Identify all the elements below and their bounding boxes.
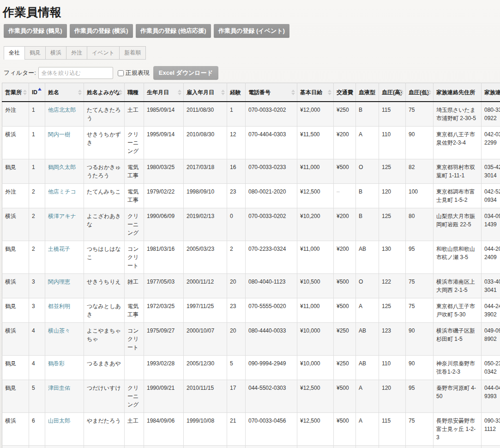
- worker-name-link[interactable]: 他店北太郎: [48, 107, 76, 113]
- col-header-transport[interactable]: 交通費: [334, 83, 356, 102]
- worker-name-link[interactable]: 山田太郎: [48, 418, 70, 424]
- cell-blood: AB: [356, 323, 379, 356]
- worker-name-link[interactable]: 横澤アキナ: [48, 213, 76, 219]
- cell-exp: 21: [227, 413, 246, 446]
- register-button-event[interactable]: 作業員の登録 (イベント): [214, 24, 289, 38]
- cell-birth: 1982/01/10: [144, 446, 184, 448]
- cell-wage: ¥10,000: [297, 356, 334, 380]
- col-header-family-address[interactable]: 家族連絡先住所: [434, 83, 482, 102]
- col-header-birth[interactable]: 生年月日: [144, 83, 184, 102]
- worker-name-link[interactable]: 土橋花子: [48, 246, 70, 252]
- register-button-yokohama[interactable]: 作業員の登録 (横浜): [70, 24, 133, 38]
- tab-event[interactable]: イベント: [87, 46, 120, 59]
- cell-family-phone-lines: 080-330922: [482, 102, 500, 127]
- worker-name-link[interactable]: 他店ミチコ: [48, 188, 76, 195]
- cell-transport: ¥500: [334, 413, 356, 446]
- cell-family-address: 横浜市磯子区新杉田町 1-5: [434, 323, 482, 356]
- table-row: 鶴見4鶴巻彩つるまきあや1993/02/282005/12/305090-999…: [2, 356, 500, 380]
- tab-all[interactable]: 全社: [4, 46, 25, 60]
- worker-name-link[interactable]: 鶴岡久太郎: [48, 164, 76, 170]
- cell-birth: 1980/03/25: [144, 159, 184, 184]
- col-header-bp-low[interactable]: 血圧(低): [406, 83, 434, 102]
- col-header-exp[interactable]: 経験: [227, 83, 246, 102]
- cell-family-address: 和歌山県和歌山市杭ノ瀬 3-5: [434, 241, 482, 274]
- tab-yokohama[interactable]: 横浜: [46, 46, 66, 59]
- cell-kana: やまだたろう: [84, 413, 125, 446]
- worker-name-link[interactable]: 津田圭佑: [48, 385, 70, 391]
- worker-name-link[interactable]: 関内一樹: [48, 131, 70, 138]
- cell-office: 横浜: [2, 274, 29, 298]
- worker-name-link[interactable]: 関内理恵: [48, 278, 70, 285]
- cell-name: 他店北太郎: [45, 102, 84, 127]
- col-header-bp-high[interactable]: 血圧(高): [379, 83, 406, 102]
- cell-exp: 12: [227, 127, 246, 159]
- cell-id: 1: [29, 127, 45, 159]
- cell-id: 2: [29, 241, 45, 274]
- col-header-blood[interactable]: 血液型: [356, 83, 379, 102]
- cell-job: コンクリート: [125, 323, 144, 356]
- cell-name: 都並利明: [45, 298, 84, 323]
- sort-icons: [428, 90, 431, 95]
- cell-family-phone-lines: 044-049393: [482, 380, 500, 413]
- cell-hired: 2010/08/30: [184, 127, 227, 159]
- cell-family-phone-lines: 044-243902: [482, 298, 500, 323]
- cell-exp: 2: [227, 241, 246, 274]
- table-row: 外注2他店ミチコたてんみちこ電気工事1979/02/221998/09/1023…: [2, 184, 500, 208]
- col-header-job[interactable]: 職種: [125, 83, 144, 102]
- tab-tsurumi[interactable]: 鶴見: [25, 46, 46, 59]
- cell-office: 鶴見: [2, 356, 29, 380]
- table-row: 鶴見5津田圭佑つだけいすけクリーニング1990/09/212010/11/151…: [2, 380, 500, 413]
- cell-bp-low: 88: [406, 446, 434, 448]
- cell-exp: 20: [227, 274, 246, 298]
- cell-transport: ¥500: [334, 380, 356, 413]
- col-header-id[interactable]: ID: [29, 83, 45, 102]
- cell-kana: せきうちかずき: [84, 127, 125, 159]
- worker-name-link[interactable]: 都並利明: [48, 303, 70, 309]
- register-button-tsurumi[interactable]: 作業員の登録 (鶴見): [4, 24, 67, 38]
- filter-input[interactable]: [38, 67, 113, 79]
- cell-family-address: 埼玉県さいたま市浦野町 2-30-5: [434, 102, 482, 127]
- cell-wage: ¥12,500: [297, 413, 334, 446]
- table-row: 横浜7山田花子やまだはなこクリーニング1982/01/102000/02/102…: [2, 446, 500, 448]
- col-header-phone[interactable]: 電話番号: [246, 83, 297, 102]
- cell-id: 7: [29, 446, 45, 448]
- table-body: 外注1他店北太郎たてんきたろう土工1985/09/142011/08/30107…: [2, 102, 500, 448]
- cell-bp-low: 100: [406, 184, 434, 208]
- cell-bp-high: 110: [379, 356, 406, 380]
- cell-hired: 2000/10/07: [184, 323, 227, 356]
- col-header-hired[interactable]: 雇入年月日: [184, 83, 227, 102]
- table-row: 鶴見1鶴岡久太郎つるおかきゅうたろう電気工事1980/03/252017/03/…: [2, 159, 500, 184]
- table-row: 鶴見3都並利明つなみとしあき電気工事1972/03/251997/11/2523…: [2, 298, 500, 323]
- col-header-office[interactable]: 営業所: [2, 83, 29, 102]
- cell-bp-high: 115: [379, 102, 406, 127]
- worker-name-link[interactable]: 鶴巻彩: [48, 360, 65, 367]
- cell-wage: ¥12,000: [297, 102, 334, 127]
- cell-family-address: 長野県安曇野市富士見ヶ丘 1-2-3: [434, 413, 482, 446]
- col-header-kana[interactable]: 姓名よみがな: [84, 83, 125, 102]
- cell-blood: O: [356, 274, 379, 298]
- cell-blood: AB: [356, 356, 379, 380]
- excel-download-button[interactable]: Excel ダウンロード: [153, 66, 218, 80]
- regex-checkbox[interactable]: [118, 70, 124, 76]
- tab-outsource[interactable]: 外注: [66, 46, 87, 59]
- cell-transport: ¥500: [334, 446, 356, 448]
- cell-job: 電気工事: [125, 184, 144, 208]
- cell-kana: つちはしはなこ: [84, 241, 125, 274]
- cell-phone: 044-5502-0303: [246, 380, 297, 413]
- cell-kana: たてんみちこ: [84, 184, 125, 208]
- tab-newest[interactable]: 新着順: [120, 46, 146, 59]
- worker-name-link[interactable]: 横山茶々: [48, 327, 70, 334]
- cell-birth: 1984/09/06: [144, 413, 184, 446]
- cell-job: クリーニング: [125, 446, 144, 448]
- cell-bp-high: 120: [379, 380, 406, 413]
- col-header-name[interactable]: 姓名: [45, 83, 84, 102]
- table-row: 横浜6山田太郎やまだたろう土工1984/09/061999/10/0821070…: [2, 413, 500, 446]
- cell-bp-low: 75: [406, 274, 434, 298]
- cell-kana: たてんきたろう: [84, 102, 125, 127]
- cell-birth: 1990/09/21: [144, 380, 184, 413]
- register-button-support[interactable]: 作業員の登録 (他店応援): [136, 24, 211, 38]
- col-header-family-phone[interactable]: 家族連絡先: [482, 83, 500, 102]
- cell-family-address: 東京都八王子市戸吹町 5-30: [434, 298, 482, 323]
- col-header-wage[interactable]: 基本日給: [297, 83, 334, 102]
- cell-birth: 1990/06/09: [144, 208, 184, 241]
